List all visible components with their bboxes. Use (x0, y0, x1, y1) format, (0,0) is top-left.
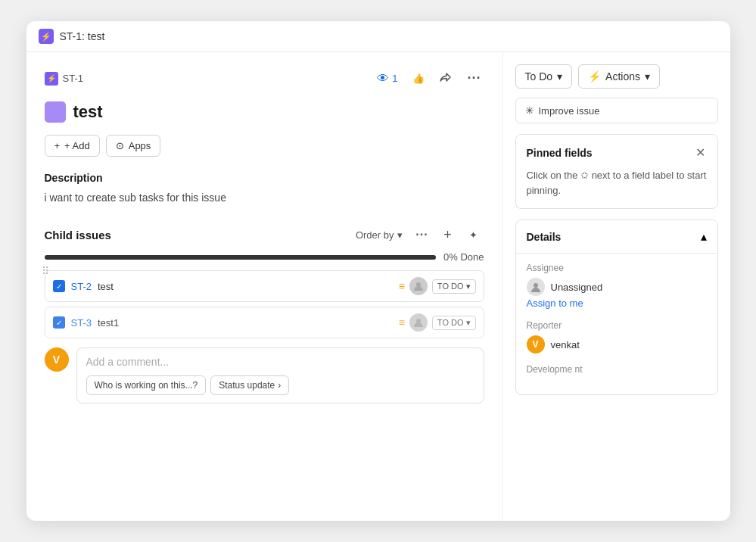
title-bar-text: ST-1: test (60, 30, 105, 42)
reporter-name: venkat (551, 339, 580, 350)
child-issues-header: Child issues Order by ▾ ··· + ✦ (45, 224, 484, 245)
title-bar-icon: ⚡ (39, 29, 54, 44)
details-header[interactable]: Details ▴ (516, 220, 717, 254)
plus-icon-child: + (443, 227, 452, 243)
thumbs-up-button[interactable]: 👍 (409, 70, 428, 87)
assignee-field: Assignee Unassigned Assign to me (527, 263, 707, 310)
pinned-fields-card: Pinned fields ✕ Click on the ✩ next to a… (515, 134, 718, 209)
drag-handle: ⠿ (42, 265, 50, 277)
actions-dropdown[interactable]: ⚡ Actions ▾ (578, 64, 660, 89)
title-bar: ⚡ ST-1: test (26, 21, 730, 52)
expand-child-button[interactable]: ✦ (463, 224, 484, 245)
apps-button[interactable]: ⊙ Apps (106, 135, 161, 157)
assignee-label: Assignee (527, 263, 707, 273)
chevron-down-icon: ▾ (397, 229, 403, 241)
issue-name-2: test1 (98, 317, 393, 329)
development-label: Developme nt (527, 364, 707, 375)
svg-point-2 (534, 283, 538, 288)
status-actions-row: To Do ▾ ⚡ Actions ▾ (515, 64, 718, 89)
priority-icon-2: ≡ (399, 316, 405, 329)
apps-icon: ⊙ (116, 140, 124, 151)
reporter-field: Reporter V venkat (527, 320, 707, 354)
eye-icon: 👁 (377, 72, 389, 86)
chevron-down-icon-status: ▾ (466, 282, 471, 291)
lightning-icon: ⚡ (588, 70, 601, 83)
issue-id: ⚡ ST-1 (45, 72, 83, 86)
action-buttons-row: + + Add ⊙ Apps (45, 135, 484, 157)
main-content: ⚡ ST-1 👁 1 👍 (26, 52, 730, 521)
priority-icon-1: ≡ (399, 280, 405, 292)
comment-placeholder[interactable]: Add a comment... (86, 356, 474, 368)
issue-ref-2[interactable]: ST-3 (71, 317, 92, 329)
assign-to-me-link[interactable]: Assign to me (527, 297, 583, 309)
chevron-down-icon-actions: ▾ (645, 70, 650, 83)
issue-row: ✓ ST-2 test ≡ TO DO ▾ (45, 270, 484, 302)
details-body: Assignee Unassigned Assign to me (516, 254, 717, 394)
expand-icon: ✦ (469, 229, 478, 241)
improve-issue-button[interactable]: ✳ Improve issue (515, 98, 718, 123)
issue-actions-right: 👁 1 👍 ··· (374, 67, 484, 89)
more-horiz-icon: ··· (467, 70, 481, 86)
chevron-up-icon-details: ▴ (701, 229, 707, 244)
progress-bar-track (45, 255, 437, 260)
development-field: Developme nt (527, 364, 707, 375)
issue-id-bar: ⚡ ST-1 👁 1 👍 (45, 67, 484, 89)
reporter-label: Reporter (527, 320, 707, 331)
issue-title-row: test (45, 101, 484, 123)
issue-row-2: ✓ ST-3 test1 ≡ TO DO ▾ (45, 307, 484, 338)
issue-checkbox-1[interactable]: ✓ (53, 280, 65, 292)
arrow-right-icon: › (278, 380, 281, 391)
issue-id-icon: ⚡ (45, 72, 58, 86)
progress-text: 0% Done (443, 251, 484, 263)
avatar-small-1 (409, 277, 428, 295)
share-button[interactable] (437, 69, 455, 88)
plus-icon: + (54, 140, 61, 151)
share-icon (440, 72, 452, 85)
status-dropdown[interactable]: To Do ▾ (515, 64, 573, 89)
who-is-working-button[interactable]: Who is working on this...? (86, 375, 207, 395)
issue-row-actions-2: ≡ TO DO ▾ (399, 313, 476, 332)
add-button[interactable]: + + Add (45, 135, 100, 157)
progress-row: 0% Done (45, 251, 484, 263)
issue-name-1: test (98, 281, 393, 292)
issue-color-box (45, 101, 66, 123)
child-issues-title: Child issues (45, 229, 111, 241)
details-section: Details ▴ Assignee (515, 220, 718, 395)
reporter-avatar: V (527, 335, 545, 354)
left-panel: ⚡ ST-1 👁 1 👍 (26, 52, 503, 521)
sparkle-icon: ✳ (525, 104, 534, 117)
issue-ref-1[interactable]: ST-2 (71, 281, 92, 292)
issue-title: test (73, 102, 103, 122)
pinned-card-title: Pinned fields (527, 147, 593, 159)
status-badge-2[interactable]: TO DO ▾ (432, 316, 476, 330)
pinned-close-button[interactable]: ✕ (694, 145, 707, 160)
more-options-child-button[interactable]: ··· (412, 224, 433, 245)
comment-avatar: V (45, 347, 69, 372)
assignee-value-row: Unassigned (527, 278, 707, 296)
issue-row-actions-1: ≡ TO DO ▾ (399, 277, 476, 295)
order-by-button[interactable]: Order by ▾ (351, 226, 407, 244)
right-panel: To Do ▾ ⚡ Actions ▾ ✳ Improve issue Pinn… (503, 52, 730, 521)
details-title: Details (527, 231, 562, 243)
description-text: i want to create sub tasks for this issu… (45, 190, 484, 206)
thumbs-up-icon: 👍 (412, 73, 425, 84)
avatar-small-2 (409, 313, 428, 332)
comment-quick-btns: Who is working on this...? Status update… (86, 375, 474, 395)
pinned-card-header: Pinned fields ✕ (527, 145, 707, 160)
description-label: Description (45, 172, 484, 184)
reporter-value-row: V venkat (527, 335, 707, 354)
chevron-down-icon-status-2: ▾ (466, 318, 471, 328)
issue-modal: ⚡ ST-1: test ⚡ ST-1 👁 1 (26, 21, 730, 521)
add-child-button[interactable]: + (437, 224, 459, 245)
watch-button[interactable]: 👁 1 (374, 69, 400, 89)
more-options-button[interactable]: ··· (464, 67, 484, 89)
pinned-card-body: Click on the ✩ next to a field label to … (527, 168, 707, 198)
assignee-text: Unassigned (551, 282, 603, 293)
comment-input-area: Add a comment... Who is working on this.… (76, 347, 484, 403)
status-badge-1[interactable]: TO DO ▾ (432, 279, 476, 294)
unassigned-avatar (527, 278, 545, 296)
status-update-button[interactable]: Status update › (210, 375, 289, 395)
issue-checkbox-2[interactable]: ✓ (53, 316, 65, 329)
child-issues-controls: Order by ▾ ··· + ✦ (351, 224, 484, 245)
more-horiz-icon-child: ··· (415, 228, 428, 241)
